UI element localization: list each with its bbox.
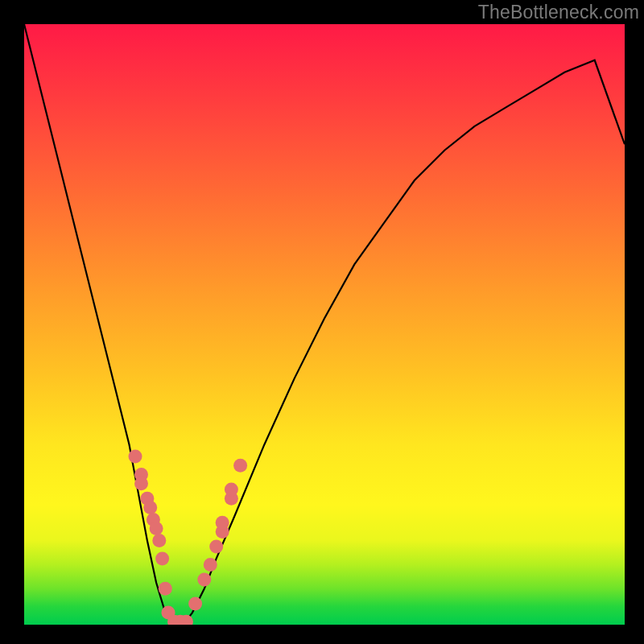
chart-frame: TheBottleneck.com	[0, 0, 644, 644]
watermark-label: TheBottleneck.com	[478, 2, 639, 23]
plot-area	[24, 24, 625, 625]
